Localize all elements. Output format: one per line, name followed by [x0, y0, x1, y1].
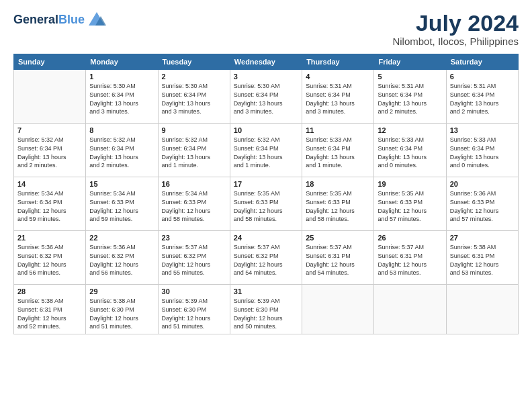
month-year: July 2024 [392, 11, 519, 36]
calendar-cell: 31Sunrise: 5:39 AM Sunset: 6:30 PM Dayli… [230, 285, 302, 334]
logo: GeneralBlue [13, 11, 106, 30]
day-info: Sunrise: 5:35 AM Sunset: 6:33 PM Dayligh… [306, 189, 370, 223]
calendar-cell: 5Sunrise: 5:31 AM Sunset: 6:34 PM Daylig… [374, 70, 446, 124]
day-number: 10 [234, 126, 298, 134]
day-info: Sunrise: 5:33 AM Sunset: 6:34 PM Dayligh… [306, 136, 370, 169]
calendar-page: GeneralBlue July 2024 Nilombot, Ilocos, … [0, 0, 532, 411]
calendar-cell [446, 285, 518, 334]
week-row-2: 7Sunrise: 5:32 AM Sunset: 6:34 PM Daylig… [14, 124, 519, 177]
calendar-cell: 11Sunrise: 5:33 AM Sunset: 6:34 PM Dayli… [302, 124, 374, 177]
calendar-cell: 18Sunrise: 5:35 AM Sunset: 6:33 PM Dayli… [302, 177, 374, 231]
day-info: Sunrise: 5:36 AM Sunset: 6:32 PM Dayligh… [89, 243, 154, 277]
calendar-cell: 4Sunrise: 5:31 AM Sunset: 6:34 PM Daylig… [302, 70, 374, 124]
day-number: 16 [162, 180, 226, 188]
calendar-cell: 27Sunrise: 5:38 AM Sunset: 6:31 PM Dayli… [446, 231, 518, 285]
day-info: Sunrise: 5:37 AM Sunset: 6:31 PM Dayligh… [306, 243, 370, 277]
calendar-cell: 25Sunrise: 5:37 AM Sunset: 6:31 PM Dayli… [302, 231, 374, 285]
day-info: Sunrise: 5:38 AM Sunset: 6:31 PM Dayligh… [450, 243, 515, 277]
day-number: 27 [450, 234, 515, 242]
weekday-header-thursday: Thursday [302, 54, 374, 70]
calendar-table: SundayMondayTuesdayWednesdayThursdayFrid… [13, 54, 519, 334]
day-number: 30 [162, 287, 226, 295]
day-number: 21 [17, 234, 82, 242]
day-info: Sunrise: 5:32 AM Sunset: 6:34 PM Dayligh… [162, 136, 226, 169]
day-info: Sunrise: 5:30 AM Sunset: 6:34 PM Dayligh… [162, 82, 226, 116]
calendar-cell: 17Sunrise: 5:35 AM Sunset: 6:33 PM Dayli… [230, 177, 302, 231]
day-info: Sunrise: 5:37 AM Sunset: 6:32 PM Dayligh… [162, 243, 226, 277]
day-number: 8 [89, 126, 154, 134]
calendar-cell: 1Sunrise: 5:30 AM Sunset: 6:34 PM Daylig… [86, 70, 158, 124]
day-number: 3 [234, 73, 298, 81]
calendar-cell: 2Sunrise: 5:30 AM Sunset: 6:34 PM Daylig… [158, 70, 230, 124]
calendar-cell: 29Sunrise: 5:38 AM Sunset: 6:30 PM Dayli… [86, 285, 158, 334]
day-info: Sunrise: 5:33 AM Sunset: 6:34 PM Dayligh… [378, 136, 442, 169]
title-area: July 2024 Nilombot, Ilocos, Philippines [392, 11, 519, 47]
weekday-header-sunday: Sunday [14, 54, 86, 70]
day-info: Sunrise: 5:30 AM Sunset: 6:34 PM Dayligh… [89, 82, 154, 116]
day-number: 2 [162, 73, 226, 81]
day-number: 22 [89, 234, 154, 242]
week-row-4: 21Sunrise: 5:36 AM Sunset: 6:32 PM Dayli… [14, 231, 519, 285]
weekday-header-tuesday: Tuesday [158, 54, 230, 70]
location: Nilombot, Ilocos, Philippines [392, 36, 519, 47]
day-number: 23 [162, 234, 226, 242]
day-number: 14 [17, 180, 82, 188]
logo-icon [87, 11, 106, 30]
day-info: Sunrise: 5:31 AM Sunset: 6:34 PM Dayligh… [450, 82, 515, 116]
weekday-header-friday: Friday [374, 54, 446, 70]
day-number: 18 [306, 180, 370, 188]
day-info: Sunrise: 5:36 AM Sunset: 6:32 PM Dayligh… [17, 243, 82, 277]
day-number: 12 [378, 126, 442, 134]
day-info: Sunrise: 5:38 AM Sunset: 6:30 PM Dayligh… [89, 297, 154, 330]
day-number: 25 [306, 234, 370, 242]
calendar-cell: 16Sunrise: 5:34 AM Sunset: 6:33 PM Dayli… [158, 177, 230, 231]
day-number: 29 [89, 287, 154, 295]
day-info: Sunrise: 5:38 AM Sunset: 6:31 PM Dayligh… [17, 297, 82, 330]
calendar-cell: 3Sunrise: 5:30 AM Sunset: 6:34 PM Daylig… [230, 70, 302, 124]
day-number: 5 [378, 73, 442, 81]
calendar-cell: 28Sunrise: 5:38 AM Sunset: 6:31 PM Dayli… [14, 285, 86, 334]
calendar-cell: 20Sunrise: 5:36 AM Sunset: 6:33 PM Dayli… [446, 177, 518, 231]
day-info: Sunrise: 5:31 AM Sunset: 6:34 PM Dayligh… [378, 82, 442, 116]
header-row: SundayMondayTuesdayWednesdayThursdayFrid… [14, 54, 519, 70]
week-row-1: 1Sunrise: 5:30 AM Sunset: 6:34 PM Daylig… [14, 70, 519, 124]
day-info: Sunrise: 5:36 AM Sunset: 6:33 PM Dayligh… [450, 189, 515, 223]
day-number: 9 [162, 126, 226, 134]
week-row-3: 14Sunrise: 5:34 AM Sunset: 6:34 PM Dayli… [14, 177, 519, 231]
calendar-cell: 26Sunrise: 5:37 AM Sunset: 6:31 PM Dayli… [374, 231, 446, 285]
calendar-cell: 8Sunrise: 5:32 AM Sunset: 6:34 PM Daylig… [86, 124, 158, 177]
day-info: Sunrise: 5:32 AM Sunset: 6:34 PM Dayligh… [234, 136, 298, 169]
day-number: 1 [89, 73, 154, 81]
day-info: Sunrise: 5:33 AM Sunset: 6:34 PM Dayligh… [450, 136, 515, 169]
calendar-cell: 22Sunrise: 5:36 AM Sunset: 6:32 PM Dayli… [86, 231, 158, 285]
day-info: Sunrise: 5:37 AM Sunset: 6:31 PM Dayligh… [378, 243, 442, 277]
weekday-header-saturday: Saturday [446, 54, 518, 70]
calendar-cell: 15Sunrise: 5:34 AM Sunset: 6:33 PM Dayli… [86, 177, 158, 231]
day-number: 11 [306, 126, 370, 134]
day-number: 19 [378, 180, 442, 188]
week-row-5: 28Sunrise: 5:38 AM Sunset: 6:31 PM Dayli… [14, 285, 519, 334]
calendar-cell: 12Sunrise: 5:33 AM Sunset: 6:34 PM Dayli… [374, 124, 446, 177]
day-info: Sunrise: 5:39 AM Sunset: 6:30 PM Dayligh… [234, 297, 298, 330]
calendar-cell [14, 70, 86, 124]
calendar-cell: 13Sunrise: 5:33 AM Sunset: 6:34 PM Dayli… [446, 124, 518, 177]
day-info: Sunrise: 5:30 AM Sunset: 6:34 PM Dayligh… [234, 82, 298, 116]
day-info: Sunrise: 5:35 AM Sunset: 6:33 PM Dayligh… [234, 189, 298, 223]
day-number: 4 [306, 73, 370, 81]
day-number: 17 [234, 180, 298, 188]
calendar-cell: 30Sunrise: 5:39 AM Sunset: 6:30 PM Dayli… [158, 285, 230, 334]
calendar-cell: 14Sunrise: 5:34 AM Sunset: 6:34 PM Dayli… [14, 177, 86, 231]
calendar-cell [374, 285, 446, 334]
logo-text: GeneralBlue [13, 13, 85, 27]
day-info: Sunrise: 5:32 AM Sunset: 6:34 PM Dayligh… [17, 136, 82, 169]
day-number: 28 [17, 287, 82, 295]
day-number: 6 [450, 73, 515, 81]
calendar-cell: 21Sunrise: 5:36 AM Sunset: 6:32 PM Dayli… [14, 231, 86, 285]
day-info: Sunrise: 5:35 AM Sunset: 6:33 PM Dayligh… [378, 189, 442, 223]
day-number: 24 [234, 234, 298, 242]
day-number: 20 [450, 180, 515, 188]
day-info: Sunrise: 5:37 AM Sunset: 6:32 PM Dayligh… [234, 243, 298, 277]
day-info: Sunrise: 5:34 AM Sunset: 6:33 PM Dayligh… [162, 189, 226, 223]
calendar-cell: 24Sunrise: 5:37 AM Sunset: 6:32 PM Dayli… [230, 231, 302, 285]
day-number: 31 [234, 287, 298, 295]
